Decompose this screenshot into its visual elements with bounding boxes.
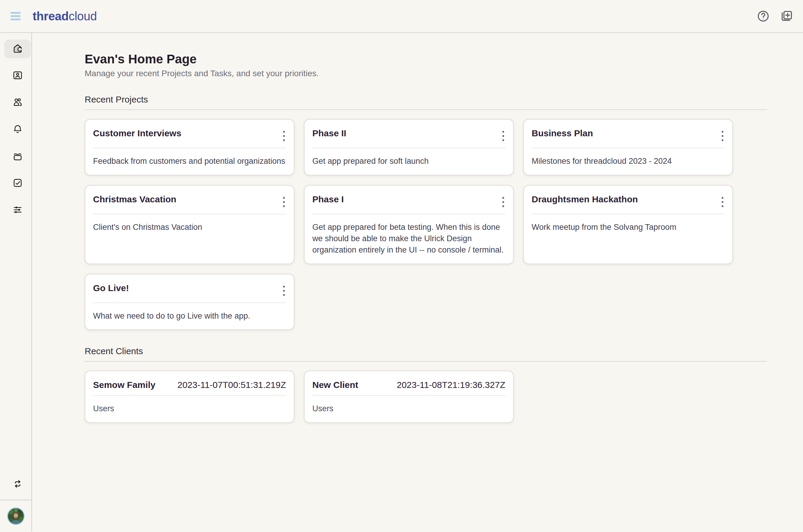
recent-clients-heading: Recent Clients bbox=[85, 346, 767, 356]
kebab-menu-icon[interactable] bbox=[501, 129, 505, 144]
logo-cloud: cloud bbox=[69, 10, 97, 23]
project-card-description: Milestones for threadcloud 2023 - 2024 bbox=[532, 148, 725, 174]
contact-card-icon bbox=[12, 70, 23, 82]
project-card-description: Client's on Christmas Vacation bbox=[93, 214, 286, 241]
kebab-menu-icon[interactable] bbox=[501, 194, 505, 210]
client-card-body: Users bbox=[312, 396, 505, 422]
bell-icon bbox=[12, 124, 23, 136]
client-card-header: Semow Family 2023-11-07T00:51:31.219Z bbox=[93, 371, 286, 396]
project-card-header: Phase I bbox=[312, 186, 505, 214]
section-divider bbox=[85, 109, 767, 110]
sidebar-divider bbox=[0, 500, 32, 500]
topbar-actions bbox=[756, 9, 793, 23]
client-card-timestamp: 2023-11-08T21:19:36.327Z bbox=[397, 379, 505, 391]
project-card[interactable]: Phase I Get app prepared for beta testin… bbox=[304, 185, 514, 264]
project-card-title: Phase I bbox=[312, 193, 344, 206]
new-window-icon[interactable] bbox=[779, 9, 793, 23]
kebab-menu-icon[interactable] bbox=[282, 129, 286, 144]
main-content: Evan's Home Page Manage your recent Proj… bbox=[32, 33, 803, 531]
projects-grid: Customer Interviews Feedback from custom… bbox=[85, 119, 767, 330]
topbar: threadcloud bbox=[0, 0, 803, 33]
section-divider bbox=[85, 361, 767, 362]
project-card-header: Customer Interviews bbox=[93, 119, 286, 148]
client-card-title: New Client bbox=[312, 379, 358, 391]
checkbox-icon bbox=[12, 177, 23, 190]
clients-grid: Semow Family 2023-11-07T00:51:31.219Z Us… bbox=[85, 370, 767, 423]
project-card-title: Go Live! bbox=[93, 282, 129, 294]
project-card-header: Phase II bbox=[312, 119, 505, 148]
client-card-title: Semow Family bbox=[93, 379, 155, 391]
sidebar-item-settings[interactable] bbox=[4, 201, 31, 220]
project-card-title: Customer Interviews bbox=[93, 127, 181, 139]
project-card-header: Draughtsmen Hackathon bbox=[532, 186, 725, 214]
project-card-description: What we need to do to go Live with the a… bbox=[93, 303, 286, 329]
page-title: Evan's Home Page bbox=[85, 52, 767, 66]
page-subtitle: Manage your recent Projects and Tasks, a… bbox=[85, 69, 767, 78]
kebab-menu-icon[interactable] bbox=[282, 283, 286, 298]
sidebar bbox=[0, 33, 32, 531]
project-card[interactable]: Draughtsmen Hackathon Work meetup from t… bbox=[523, 185, 733, 264]
project-card[interactable]: Customer Interviews Feedback from custom… bbox=[85, 119, 294, 175]
sidebar-item-notifications[interactable] bbox=[4, 120, 31, 139]
user-avatar[interactable] bbox=[7, 508, 24, 525]
project-card-header: Go Live! bbox=[93, 274, 286, 303]
project-card-description: Get app prepared for beta testing. When … bbox=[312, 214, 505, 264]
project-card-description: Feedback from customers and potential or… bbox=[93, 148, 286, 174]
help-icon[interactable] bbox=[756, 9, 770, 23]
project-card[interactable]: Go Live! What we need to do to go Live w… bbox=[85, 274, 294, 330]
kebab-menu-icon[interactable] bbox=[720, 194, 725, 210]
project-card-header: Business Plan bbox=[532, 119, 725, 148]
recent-projects-heading: Recent Projects bbox=[85, 94, 767, 104]
app-logo[interactable]: threadcloud bbox=[33, 10, 97, 23]
project-card-header: Christmas Vacation bbox=[93, 186, 286, 214]
project-card-title: Draughtsmen Hackathon bbox=[532, 193, 638, 206]
project-card[interactable]: Christmas Vacation Client's on Christmas… bbox=[85, 185, 294, 264]
project-card[interactable]: Phase II Get app prepared for soft launc… bbox=[304, 119, 514, 175]
project-card-description: Work meetup from the Solvang Taproom bbox=[532, 214, 725, 241]
home-icon bbox=[12, 43, 23, 55]
swap-arrows-icon bbox=[12, 478, 23, 491]
project-card-title: Business Plan bbox=[532, 127, 593, 139]
sidebar-bottom bbox=[0, 475, 32, 531]
project-card-title: Phase II bbox=[312, 127, 346, 139]
kebab-menu-icon[interactable] bbox=[720, 129, 725, 144]
sidebar-item-switch-org[interactable] bbox=[4, 475, 31, 494]
client-card-header: New Client 2023-11-08T21:19:36.327Z bbox=[312, 371, 505, 396]
project-card[interactable]: Business Plan Milestones for threadcloud… bbox=[523, 119, 733, 175]
hamburger-menu-icon[interactable] bbox=[11, 12, 21, 20]
open-box-icon bbox=[12, 150, 23, 163]
sidebar-item-people[interactable] bbox=[4, 93, 31, 112]
client-card[interactable]: Semow Family 2023-11-07T00:51:31.219Z Us… bbox=[85, 370, 294, 423]
project-card-description: Get app prepared for soft launch bbox=[312, 148, 505, 174]
people-icon bbox=[12, 97, 23, 109]
sidebar-item-home[interactable] bbox=[4, 39, 31, 58]
sidebar-item-contacts[interactable] bbox=[4, 66, 31, 85]
client-card-body: Users bbox=[93, 396, 286, 422]
sliders-icon bbox=[12, 204, 23, 217]
client-card[interactable]: New Client 2023-11-08T21:19:36.327Z User… bbox=[304, 370, 514, 423]
project-card-title: Christmas Vacation bbox=[93, 193, 176, 206]
sidebar-item-projects[interactable] bbox=[4, 147, 31, 166]
sidebar-item-tasks[interactable] bbox=[4, 174, 31, 193]
kebab-menu-icon[interactable] bbox=[282, 194, 286, 210]
client-card-timestamp: 2023-11-07T00:51:31.219Z bbox=[178, 379, 286, 391]
logo-thread: thread bbox=[33, 10, 69, 23]
